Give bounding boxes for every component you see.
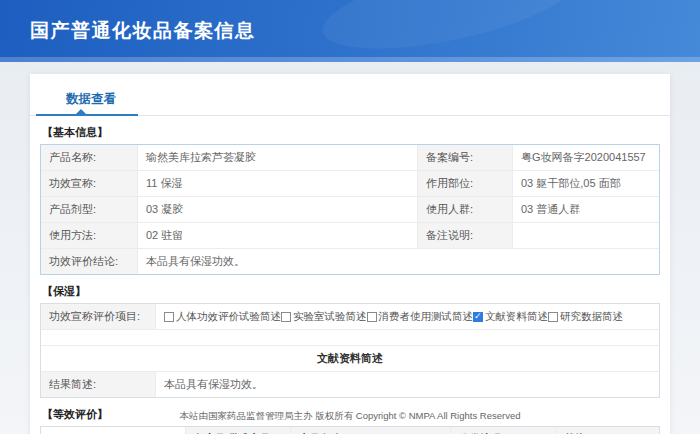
moisturizing-table: 功效宣称评价项目: 人体功效评价试验简述 实验室试验简述 消费者使用测试简述 xyxy=(40,303,660,398)
column-header-class-code: 分类编码 xyxy=(451,427,556,434)
field-label-target-users: 使用人群: xyxy=(418,197,513,223)
checkbox-research-data[interactable]: 研究数据简述 xyxy=(548,310,623,324)
field-value-application-area: 03 躯干部位,05 面部 xyxy=(513,171,660,197)
checkbox-label: 消费者使用测试简述 xyxy=(379,310,474,324)
checkbox-3[interactable] xyxy=(473,312,483,322)
section-title-basic-info: 【基本信息】 xyxy=(42,125,660,140)
field-label-evaluation-items: 功效宣称评价项目: xyxy=(41,304,156,330)
checkbox-literature[interactable]: 文献资料简述 xyxy=(473,310,548,324)
field-value-product-name: 瑜然美库拉索芦荟凝胶 xyxy=(138,145,418,171)
footer-copyright: 本站由国家药品监督管理局主办 版权所有 Copyright © NMPA All… xyxy=(0,410,700,423)
table-row: 功效评价结论: 本品具有保湿功效。 xyxy=(41,249,660,275)
checkbox-1[interactable] xyxy=(281,312,291,322)
subsection-title-literature: 文献资料简述 xyxy=(41,346,660,372)
checkbox-human-efficacy[interactable]: 人体功效评价试验简述 xyxy=(164,310,281,324)
table-row: 产品名称: 瑜然美库拉索芦荟凝胶 备案编号: 粤G妆网备字2020041557 xyxy=(41,145,660,171)
field-value-target-users: 03 普通人群 xyxy=(513,197,660,223)
field-label-remarks: 备注说明: xyxy=(418,223,513,249)
field-value-record-number: 粤G妆网备字2020041557 xyxy=(513,145,660,171)
checkbox-group: 人体功效评价试验简述 实验室试验简述 消费者使用测试简述 文献资料简述 xyxy=(164,310,651,324)
field-value-efficacy-conclusion: 本品具有保湿功效。 xyxy=(138,249,660,275)
evaluation-checkbox-cell: 人体功效评价试验简述 实验室试验简述 消费者使用测试简述 文献资料简述 xyxy=(156,304,660,330)
table-row: 文献资料简述 xyxy=(41,346,660,372)
table-header-row: 备案号/批准文号 产品名称 分类编码 其他 xyxy=(41,427,660,434)
checkbox-0[interactable] xyxy=(164,312,174,322)
checkbox-lab-test[interactable]: 实验室试验简述 xyxy=(281,310,367,324)
checkbox-4[interactable] xyxy=(548,312,558,322)
field-value-usage-method: 02 驻留 xyxy=(138,223,418,249)
field-label-usage-method: 使用方法: xyxy=(41,223,138,249)
tab-data-view[interactable]: 数据查看 xyxy=(66,91,116,115)
field-label-efficacy-claim: 功效宣称: xyxy=(41,171,138,197)
table-row: 结果简述: 本品具有保湿功效。 xyxy=(41,372,660,398)
checkbox-consumer-test[interactable]: 消费者使用测试简述 xyxy=(367,310,474,324)
field-label-efficacy-conclusion: 功效评价结论: xyxy=(41,249,138,275)
field-label-product-name: 产品名称: xyxy=(41,145,138,171)
field-label-record-number: 备案编号: xyxy=(418,145,513,171)
field-label-application-area: 作用部位: xyxy=(418,171,513,197)
equivalent-table: 备案号/批准文号 产品名称 分类编码 其他 xyxy=(40,426,660,434)
table-row: 功效宣称评价项目: 人体功效评价试验简述 实验室试验简述 消费者使用测试简述 xyxy=(41,304,660,330)
table-row: 功效宣称: 11 保湿 作用部位: 03 躯干部位,05 面部 xyxy=(41,171,660,197)
checkbox-2[interactable] xyxy=(367,312,377,322)
field-value-efficacy-claim: 11 保湿 xyxy=(138,171,418,197)
basic-info-table: 产品名称: 瑜然美库拉索芦荟凝胶 备案编号: 粤G妆网备字2020041557 … xyxy=(40,144,660,275)
checkbox-label: 实验室试验简述 xyxy=(293,310,367,324)
checkbox-label: 研究数据简述 xyxy=(560,310,623,324)
card-content: 【基本信息】 产品名称: 瑜然美库拉索芦荟凝胶 备案编号: 粤G妆网备字2020… xyxy=(30,125,670,434)
field-value-dosage-form: 03 凝胶 xyxy=(138,197,418,223)
column-header-other: 其他 xyxy=(556,427,660,434)
table-row: 产品剂型: 03 凝胶 使用人群: 03 普通人群 xyxy=(41,197,660,223)
spacer-row xyxy=(41,330,660,346)
field-label-result-summary: 结果简述: xyxy=(41,372,156,398)
page-title: 国产普通化妆品备案信息 xyxy=(0,18,256,44)
table-row xyxy=(41,330,660,346)
tab-active-indicator xyxy=(36,114,138,116)
field-value-result-summary: 本品具有保湿功效。 xyxy=(156,372,660,398)
field-value-remarks xyxy=(513,223,660,249)
tab-bar: 数据查看 xyxy=(30,74,670,116)
checkbox-label: 人体功效评价试验简述 xyxy=(176,310,281,324)
page-banner: 国产普通化妆品备案信息 xyxy=(0,0,700,62)
column-header-record-no: 备案号/批准文号 xyxy=(186,427,291,434)
field-label-dosage-form: 产品剂型: xyxy=(41,197,138,223)
column-header-empty xyxy=(41,427,186,434)
table-row: 使用方法: 02 驻留 备注说明: xyxy=(41,223,660,249)
main-card: 数据查看 【基本信息】 产品名称: 瑜然美库拉索芦荟凝胶 备案编号: 粤G妆网备… xyxy=(30,74,670,434)
section-title-moisturizing: 【保湿】 xyxy=(42,284,660,299)
checkbox-label: 文献资料简述 xyxy=(485,310,548,324)
column-header-product-name: 产品名称 xyxy=(291,427,451,434)
